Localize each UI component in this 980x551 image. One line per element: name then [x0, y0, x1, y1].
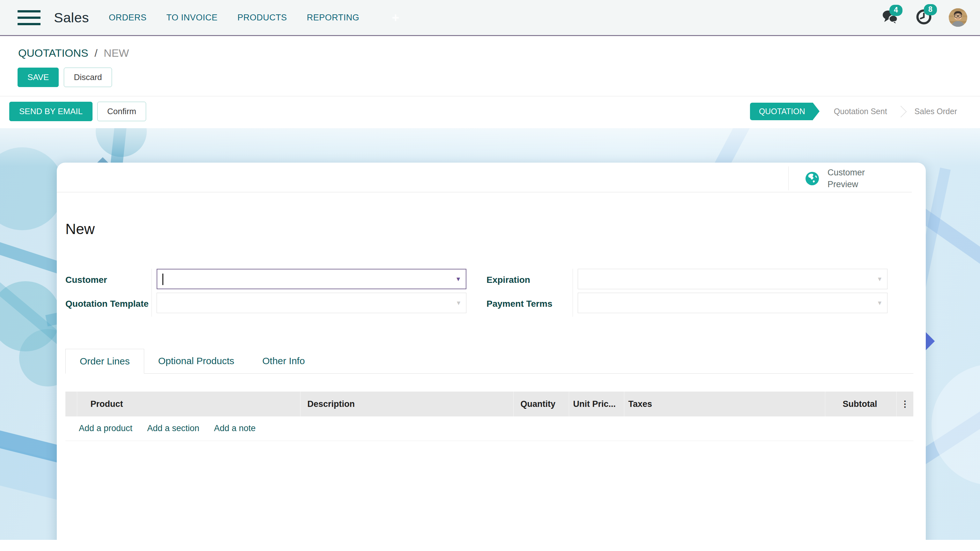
notebook-tabs: Order Lines Optional Products Other Info [65, 349, 913, 374]
table-add-row: Add a product Add a section Add a note [65, 416, 913, 441]
nav-item-to-invoice[interactable]: TO INVOICE [167, 13, 218, 23]
customer-label: Customer [65, 269, 151, 293]
quotation-sheet: Customer Preview New Customer Quotation … [57, 163, 926, 540]
add-a-note-link[interactable]: Add a note [214, 424, 256, 433]
table-header-row: Product Description Quantity Unit Pric..… [65, 392, 913, 416]
bg-fade [0, 128, 980, 167]
add-a-product-link[interactable]: Add a product [79, 424, 132, 433]
chevron-down-icon[interactable]: ▾ [878, 299, 881, 307]
apps-menu-icon[interactable] [18, 10, 40, 25]
expiration-input[interactable]: ▾ [578, 269, 888, 289]
tab-order-lines[interactable]: Order Lines [65, 349, 144, 374]
confirm-button[interactable]: Confirm [97, 102, 146, 121]
column-subtotal[interactable]: Subtotal [825, 392, 896, 416]
send-by-email-button[interactable]: SEND BY EMAIL [9, 102, 92, 121]
nav-item-orders[interactable]: ORDERS [109, 13, 147, 23]
user-avatar[interactable] [949, 8, 967, 27]
breadcrumb-current: NEW [104, 47, 129, 59]
column-taxes[interactable]: Taxes [624, 392, 825, 416]
customer-preview-label: Customer Preview [827, 167, 869, 190]
column-unit-price[interactable]: Unit Pric... [569, 392, 624, 416]
column-options-kebab-icon[interactable]: ⋮ [896, 392, 913, 416]
nav-item-products[interactable]: PRODUCTS [237, 13, 287, 23]
payment-terms-input[interactable]: ▾ [578, 293, 888, 313]
activities-button[interactable]: 8 [916, 9, 932, 27]
breadcrumb-quotations[interactable]: QUOTATIONS [18, 47, 88, 59]
quotation-template-input[interactable]: ▾ [157, 293, 466, 313]
status-step-sales-order[interactable]: Sales Order [905, 107, 967, 116]
sheet-header: Customer Preview [57, 163, 926, 192]
chevron-down-icon[interactable]: ▾ [878, 275, 881, 283]
record-title: New [65, 220, 888, 238]
column-description[interactable]: Description [300, 392, 513, 416]
nav-menu: ORDERS TO INVOICE PRODUCTS REPORTING + [109, 11, 399, 25]
breadcrumb: QUOTATIONS / NEW [18, 47, 129, 59]
globe-icon [805, 171, 819, 186]
activities-badge: 8 [924, 4, 937, 15]
tab-other-info[interactable]: Other Info [248, 349, 319, 373]
messages-button[interactable]: 4 [881, 9, 899, 26]
breadcrumb-separator: / [94, 47, 97, 59]
bg-circle [932, 364, 980, 485]
statusbar: QUOTATION Quotation Sent Sales Order [750, 103, 967, 120]
column-product[interactable]: Product [77, 392, 300, 416]
column-quantity[interactable]: Quantity [513, 392, 569, 416]
drag-handle-column [65, 392, 77, 416]
chevron-down-icon[interactable]: ▾ [457, 275, 460, 283]
payment-terms-label: Payment Terms [487, 293, 573, 317]
expiration-label: Expiration [487, 269, 573, 293]
control-panel: QUOTATIONS / NEW SAVE Discard SEND BY EM… [0, 36, 980, 128]
quotation-template-label: Quotation Template [65, 293, 151, 311]
status-step-quotation-sent[interactable]: Quotation Sent [824, 107, 897, 116]
customer-input[interactable]: ▾ [157, 269, 466, 289]
status-step-quotation[interactable]: QUOTATION [750, 103, 813, 120]
form-workspace: Customer Preview New Customer Quotation … [0, 128, 980, 540]
plus-icon: + [392, 11, 399, 25]
avatar-photo [949, 8, 967, 27]
customer-preview-button[interactable]: Customer Preview [788, 167, 888, 191]
save-button[interactable]: SAVE [18, 68, 59, 87]
tab-optional-products[interactable]: Optional Products [144, 349, 248, 373]
discard-button[interactable]: Discard [64, 68, 111, 87]
field-group: Customer Quotation Template ▾ ▾ [65, 269, 888, 317]
app-brand[interactable]: Sales [54, 10, 89, 25]
top-navbar: Sales ORDERS TO INVOICE PRODUCTS REPORTI… [0, 0, 980, 35]
nav-item-reporting[interactable]: REPORTING [307, 13, 360, 23]
add-a-section-link[interactable]: Add a section [147, 424, 199, 433]
text-cursor [162, 273, 163, 285]
chevron-down-icon[interactable]: ▾ [457, 299, 460, 307]
order-lines-table: Product Description Quantity Unit Pric..… [65, 392, 913, 441]
messages-badge: 4 [889, 5, 902, 16]
